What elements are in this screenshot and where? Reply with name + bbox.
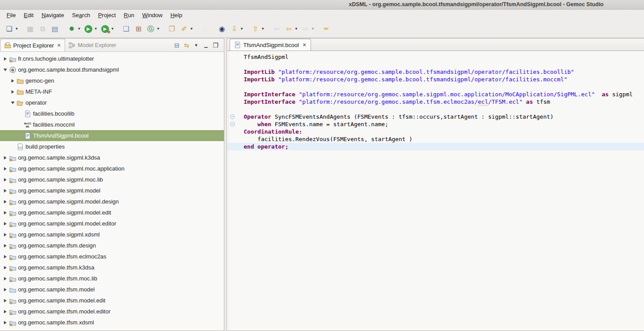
tree-item[interactable]: !org.gemoc.sample.sigpml.k3dsa	[0, 152, 224, 163]
menu-window[interactable]: Window	[138, 11, 166, 20]
code-line[interactable]: TfsmAndSigpml	[227, 53, 644, 61]
tree-collapsed-arrow-icon[interactable]	[3, 243, 8, 248]
back-button[interactable]: ⇦▼	[283, 23, 299, 35]
import-list-button[interactable]: ⇩▼	[229, 23, 245, 35]
dropdown-arrow-icon[interactable]: ▼	[157, 27, 160, 31]
dropdown-arrow-icon[interactable]: ▼	[261, 27, 264, 31]
link-with-editor-button[interactable]: ⇆	[182, 42, 191, 49]
maximize-view-button[interactable]: ❒	[211, 42, 220, 49]
tree-collapsed-arrow-icon[interactable]	[3, 320, 8, 325]
menu-file[interactable]: File	[3, 11, 20, 20]
highlighter-button[interactable]: ✒	[321, 23, 332, 35]
tree-collapsed-arrow-icon[interactable]	[3, 221, 8, 226]
code-line[interactable]: −Operator SyncFSMEventsAndAgents (FSMEve…	[227, 113, 644, 120]
run-button[interactable]: ▶▼	[83, 23, 99, 35]
tree-collapsed-arrow-icon[interactable]	[3, 177, 8, 182]
browser-button[interactable]: ◉	[216, 23, 228, 35]
tree-item[interactable]: !org.gemoc.sample.sigpml.moc.application	[0, 163, 224, 174]
code-line[interactable]: end operator;	[227, 143, 644, 150]
tree-collapsed-arrow-icon[interactable]	[10, 78, 15, 84]
tree-item[interactable]: !org.gemoc.sample.sigpml.model.design	[0, 196, 224, 207]
new-gemoc-project-button[interactable]: Ⓖ▼	[145, 23, 161, 35]
dropdown-arrow-icon[interactable]: ▼	[294, 27, 298, 31]
tree-collapsed-arrow-icon[interactable]	[3, 210, 8, 215]
code-line[interactable]: ImportLib "platform:/resource/org.gemoc.…	[227, 68, 644, 76]
close-icon[interactable]: ✕	[57, 43, 61, 48]
fold-collapse-icon[interactable]: −	[230, 114, 235, 119]
new-language-project-button[interactable]: ❑	[121, 23, 132, 35]
tree-collapsed-arrow-icon[interactable]	[3, 309, 8, 314]
tree-item[interactable]: !org.gemoc.sample.tfsm.model.edit	[0, 295, 224, 306]
dropdown-arrow-icon[interactable]: ▼	[77, 27, 81, 31]
import-project-button[interactable]: ❐	[166, 23, 178, 35]
tree-item[interactable]: Borg.gemoc.sample.bcool.tfsmandsigpml	[0, 64, 224, 75]
tree-expanded-arrow-icon[interactable]	[10, 100, 15, 105]
tree-collapsed-arrow-icon[interactable]	[10, 89, 15, 95]
minimize-view-button[interactable]: ▁	[201, 43, 211, 47]
menu-navigate[interactable]: Navigate	[37, 11, 68, 20]
tree-collapsed-arrow-icon[interactable]	[3, 265, 8, 270]
tree-collapsed-arrow-icon[interactable]	[3, 287, 8, 292]
tree-item[interactable]: !fr.cnrs.luchogie.ultimateplotter	[0, 53, 224, 64]
tree-item[interactable]: org.gemoc.sample.tfsm.model	[0, 284, 224, 295]
code-editor[interactable]: TfsmAndSigpmlImportLib "platform:/resour…	[227, 51, 644, 331]
tree-collapsed-arrow-icon[interactable]	[3, 199, 8, 204]
code-line[interactable]	[227, 61, 644, 68]
tree-collapsed-arrow-icon[interactable]	[3, 166, 8, 171]
external-tools-button[interactable]: ▶▦▼	[99, 23, 115, 35]
view-tab-project-explorer[interactable]: Project Explorer✕	[0, 39, 65, 51]
tree-item[interactable]: !org.gemoc.sample.tfsm.k3dsa	[0, 262, 224, 273]
export-list-button[interactable]: ⇧▼	[249, 23, 265, 35]
code-line[interactable]: ImportInterface "platform:/resource/org.…	[227, 98, 644, 105]
pen-tool-button[interactable]: ✐▼	[179, 23, 194, 35]
view-tab-model-explorer[interactable]: Model Explorer	[65, 39, 120, 51]
tree-item[interactable]: facilities.bcoollib	[0, 108, 224, 119]
code-line[interactable]	[227, 105, 644, 113]
debug-button[interactable]: ✹▼	[66, 23, 82, 35]
tree-item[interactable]: !org.gemoc.sample.sigpml.model.edit	[0, 207, 224, 218]
code-line[interactable]: facilities.RendezVous(FSMEvents, startAg…	[227, 135, 644, 143]
editor-tab-tfsmandsigpml[interactable]: TfsmAndSigpml.bcool ✕	[230, 39, 311, 51]
tree-item[interactable]: !org.gemoc.sample.tfsm.model.editor	[0, 306, 224, 317]
dropdown-arrow-icon[interactable]: ▼	[111, 27, 114, 31]
tree-item[interactable]: operator	[0, 97, 224, 108]
code-line[interactable]: − when FSMEvents.name = startAgent.name;	[227, 120, 644, 128]
new-wizard-button[interactable]: ❏▼	[4, 23, 19, 35]
collapse-all-button[interactable]: ⊟	[172, 42, 182, 49]
dropdown-arrow-icon[interactable]: ▼	[190, 27, 194, 31]
dropdown-arrow-icon[interactable]: ▼	[240, 27, 244, 31]
code-line[interactable]: ImportLib "platform:/resource/org.gemoc.…	[227, 76, 644, 83]
tree-collapsed-arrow-icon[interactable]	[3, 232, 8, 237]
fold-collapse-icon[interactable]: −	[230, 122, 235, 127]
tree-item[interactable]: !org.gemoc.sample.sigpml.model	[0, 185, 224, 196]
tree-item[interactable]: !org.gemoc.sample.tfsm.xdsml	[0, 317, 224, 328]
tree-expanded-arrow-icon[interactable]	[3, 67, 8, 73]
code-line[interactable]: ImportInterface "platform:/resource/org.…	[227, 91, 644, 98]
tree-collapsed-arrow-icon[interactable]	[3, 276, 8, 281]
tree-collapsed-arrow-icon[interactable]	[3, 298, 8, 303]
menu-help[interactable]: Help	[166, 11, 186, 20]
dropdown-arrow-icon[interactable]: ▼	[94, 27, 98, 31]
tree-item[interactable]: 010build.properties	[0, 141, 224, 152]
menu-run[interactable]: Run	[120, 11, 138, 20]
tree-collapsed-arrow-icon[interactable]	[3, 155, 8, 160]
dropdown-arrow-icon[interactable]: ▼	[15, 27, 18, 31]
menu-edit[interactable]: Edit	[20, 11, 37, 20]
tree-item[interactable]: MoCCMLfacilities.moccml	[0, 119, 224, 130]
close-icon[interactable]: ✕	[302, 42, 306, 48]
tree-collapsed-arrow-icon[interactable]	[3, 254, 8, 259]
menu-search[interactable]: Search	[68, 11, 94, 20]
tree-item[interactable]: gemoc-gen	[0, 75, 224, 86]
tree-item[interactable]: !org.gemoc.sample.tfsm.moc.lib	[0, 273, 224, 284]
dropdown-arrow-icon[interactable]: ▼	[311, 27, 315, 31]
tree-item[interactable]: !org.gemoc.sample.sigpml.moc.lib	[0, 174, 224, 185]
menu-project[interactable]: Project	[94, 11, 120, 20]
new-plugin-project-button[interactable]: ⊞	[133, 23, 144, 35]
tree-item[interactable]: META-INF	[0, 86, 224, 97]
tree-collapsed-arrow-icon[interactable]	[3, 56, 8, 62]
code-line[interactable]	[227, 83, 644, 91]
tree-item[interactable]: !org.gemoc.sample.sigpml.model.editor	[0, 218, 224, 229]
tree-item[interactable]: !org.gemoc.sample.tfsm.eclmoc2as	[0, 251, 224, 262]
code-line[interactable]: CoordinationRule:	[227, 128, 644, 135]
tree-item[interactable]: !org.gemoc.sample.tfsm.design	[0, 240, 224, 251]
